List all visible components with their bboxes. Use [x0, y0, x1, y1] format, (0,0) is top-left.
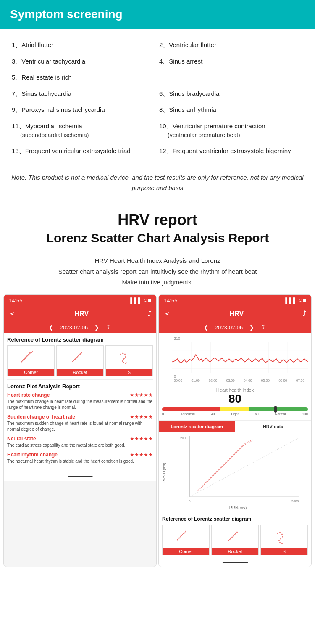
svg-point-64 [126, 362, 127, 363]
svg-point-130 [198, 490, 199, 491]
scatter-thumb-bottom-1[interactable]: Comet [162, 525, 210, 555]
svg-point-39 [80, 353, 81, 354]
svg-point-157 [178, 537, 180, 538]
metric-row-1: Heart rate change ★★★★★ The maximum chan… [7, 392, 153, 411]
svg-point-59 [125, 355, 126, 355]
phone-top-bar-right: 14:55 ▌▌▌ ≈ ■ [159, 295, 311, 306]
svg-point-44 [73, 360, 74, 361]
scatter-ref-title-left: Reference of Lorentz scatter diagram [7, 337, 153, 343]
metric-row-4: Heart rhythm change ★★★★★ The nocturnal … [7, 452, 153, 464]
hrv-title2: Lorenz Scatter Chart Analysis Report [8, 230, 307, 246]
svg-point-184 [278, 540, 280, 541]
tab-lorentz[interactable]: Lorentz scatter diagram [159, 421, 235, 432]
symptom-col-left: 1、Atrial flutter 3、Ventricular tachycard… [10, 37, 158, 159]
phone-card-left: 14:55 ▌▌▌ ≈ ■ ＜ HRV ⤴ ❮ 2023-02-06 ❯ 🗓 R… [3, 294, 157, 567]
svg-point-185 [279, 542, 281, 543]
health-bar-container: 0Abnormal40Light60Normal100 [162, 407, 308, 416]
svg-point-183 [280, 538, 281, 539]
svg-point-132 [207, 481, 207, 482]
svg-point-172 [235, 533, 236, 534]
share-icon-left[interactable]: ⤴ [148, 310, 151, 318]
scatter-thumb-s[interactable]: S [105, 345, 153, 376]
calendar-icon-right[interactable]: 🗓 [261, 324, 266, 331]
scatter-thumb-rocket[interactable]: Rocket [56, 345, 104, 376]
svg-point-169 [230, 538, 231, 539]
svg-point-139 [221, 466, 222, 467]
svg-point-40 [74, 359, 75, 360]
svg-point-162 [178, 538, 179, 539]
scatter-thumbnails-bottom: Comet [159, 525, 311, 559]
svg-point-168 [228, 540, 229, 541]
phone-mockups: 14:55 ▌▌▌ ≈ ■ ＜ HRV ⤴ ❮ 2023-02-06 ❯ 🗓 R… [0, 294, 315, 567]
list-item: 5、Real estate is rich [10, 69, 158, 86]
svg-point-127 [201, 487, 202, 488]
svg-rect-0 [14, 346, 48, 369]
list-item: 13、Frequent ventricular extrasystole tri… [10, 143, 158, 159]
svg-point-149 [242, 445, 243, 446]
share-icon-right[interactable]: ⤴ [303, 310, 306, 318]
bottom-line-right [223, 562, 248, 563]
date-prev-left[interactable]: ❮ [49, 324, 53, 331]
svg-point-135 [213, 474, 214, 475]
phone-signals-right: ▌▌▌ ≈ ■ [285, 297, 306, 304]
svg-text:0: 0 [189, 499, 191, 503]
svg-point-166 [185, 532, 186, 533]
svg-rect-155 [169, 525, 203, 548]
tab-hrv-data[interactable]: HRV data [235, 421, 312, 432]
svg-point-179 [277, 533, 278, 534]
svg-point-140 [223, 464, 224, 465]
metric-desc-2: The maximum sudden change of heart rate … [7, 421, 153, 432]
phone-date-bar-right: ❮ 2023-02-06 ❯ 🗓 [159, 322, 311, 333]
svg-point-137 [217, 470, 218, 471]
svg-point-148 [240, 447, 241, 448]
back-arrow-right[interactable]: ＜ [164, 310, 171, 318]
svg-point-181 [281, 533, 283, 535]
phone-content-right: 210 [159, 333, 311, 559]
phone-date-bar-left: ❮ 2023-02-06 ❯ 🗓 [4, 322, 156, 333]
scatter-thumb-comet[interactable]: Comet [7, 345, 55, 376]
svg-point-18 [29, 355, 29, 355]
metric-desc-3: The cardiac stress capability and the me… [7, 443, 153, 448]
metric-desc-4: The nocturnal heart rhythm is stable and… [7, 458, 153, 464]
svg-rect-48 [113, 346, 146, 369]
svg-point-147 [238, 449, 239, 450]
phone-content-left: Reference of Lorentz scatter diagram [4, 333, 156, 473]
lorenz-report-title: Lorenz Plot Analysis Report [7, 383, 153, 390]
svg-text:2000: 2000 [291, 499, 299, 503]
svg-point-154 [252, 439, 252, 440]
list-item: 9、Paroxysmal sinus tachycardia [10, 102, 158, 118]
svg-point-142 [228, 460, 228, 461]
svg-point-175 [231, 538, 232, 538]
svg-point-171 [233, 535, 234, 536]
metric-name-4: Heart rhythm change [7, 452, 58, 458]
svg-point-156 [177, 539, 178, 540]
scatter-thumb-bottom-2[interactable]: Rocket [211, 525, 259, 555]
lorenz-xlabel: RRN(ms) [168, 506, 308, 510]
svg-point-12 [24, 360, 24, 360]
svg-point-138 [219, 468, 220, 469]
svg-point-17 [28, 355, 29, 356]
back-arrow-left[interactable]: ＜ [9, 310, 16, 318]
svg-point-21 [32, 352, 32, 353]
symptom-grid: 1、Atrial flutter 3、Ventricular tachycard… [10, 37, 305, 159]
date-next-left[interactable]: ❯ [94, 324, 99, 331]
date-next-right[interactable]: ❯ [249, 324, 254, 331]
svg-point-43 [78, 355, 79, 356]
scatter-thumb-bottom-3[interactable]: S [260, 525, 308, 555]
svg-point-131 [204, 484, 205, 485]
metric-stars-2: ★★★★★ [130, 414, 153, 420]
phone-time-left: 14:55 [9, 297, 23, 304]
calendar-icon-left[interactable]: 🗓 [106, 324, 111, 331]
metric-name-3: Neural state [7, 436, 36, 442]
s-img [106, 346, 152, 369]
phone-top-bar-left: 14:55 ▌▌▌ ≈ ■ [4, 295, 156, 306]
list-item: 10、Ventricular premature contraction (ve… [158, 118, 305, 143]
svg-point-49 [120, 353, 121, 355]
svg-rect-178 [268, 525, 301, 548]
metric-desc-1: The maximum change in heart rate during … [7, 399, 153, 411]
svg-point-60 [125, 357, 126, 358]
svg-point-133 [209, 479, 210, 480]
date-prev-right[interactable]: ❮ [204, 324, 208, 331]
svg-point-182 [282, 536, 283, 537]
phone-bottom-bar-right [159, 559, 311, 567]
